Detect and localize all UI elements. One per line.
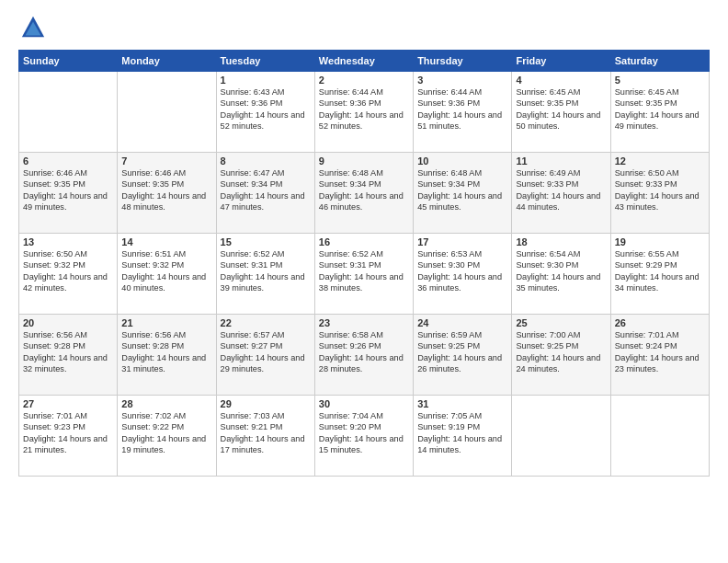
- day-number: 3: [417, 75, 507, 86]
- day-cell: 31Sunrise: 7:05 AM Sunset: 9:19 PM Dayli…: [414, 396, 512, 477]
- day-info: Sunrise: 6:53 AM Sunset: 9:30 PM Dayligh…: [417, 248, 507, 294]
- day-info: Sunrise: 6:59 AM Sunset: 9:25 PM Dayligh…: [417, 329, 507, 375]
- header-tuesday: Tuesday: [216, 51, 314, 72]
- header-wednesday: Wednesday: [314, 51, 413, 72]
- day-info: Sunrise: 6:55 AM Sunset: 9:29 PM Dayligh…: [615, 248, 705, 294]
- day-number: 29: [221, 398, 311, 409]
- week-row-1: 1Sunrise: 6:43 AM Sunset: 9:36 PM Daylig…: [19, 72, 710, 153]
- day-cell: 11Sunrise: 6:49 AM Sunset: 9:33 PM Dayli…: [512, 153, 610, 234]
- day-cell: 10Sunrise: 6:48 AM Sunset: 9:34 PM Dayli…: [414, 153, 512, 234]
- day-number: 14: [121, 236, 211, 247]
- day-number: 16: [319, 236, 409, 247]
- day-number: 21: [121, 317, 211, 328]
- day-cell: 23Sunrise: 6:58 AM Sunset: 9:26 PM Dayli…: [314, 315, 413, 396]
- header-monday: Monday: [118, 51, 216, 72]
- day-number: 19: [615, 236, 705, 247]
- day-info: Sunrise: 6:58 AM Sunset: 9:26 PM Dayligh…: [319, 329, 409, 375]
- day-cell: 27Sunrise: 7:01 AM Sunset: 9:23 PM Dayli…: [19, 396, 118, 477]
- day-cell: 19Sunrise: 6:55 AM Sunset: 9:29 PM Dayli…: [610, 234, 709, 315]
- day-cell: 1Sunrise: 6:43 AM Sunset: 9:36 PM Daylig…: [216, 72, 314, 153]
- day-cell: 9Sunrise: 6:48 AM Sunset: 9:34 PM Daylig…: [314, 153, 413, 234]
- day-number: 22: [221, 317, 311, 328]
- day-cell: 25Sunrise: 7:00 AM Sunset: 9:25 PM Dayli…: [512, 315, 610, 396]
- day-info: Sunrise: 6:52 AM Sunset: 9:31 PM Dayligh…: [221, 248, 311, 294]
- day-cell: 17Sunrise: 6:53 AM Sunset: 9:30 PM Dayli…: [414, 234, 512, 315]
- day-cell: [610, 396, 709, 477]
- day-number: 7: [121, 155, 211, 167]
- week-row-5: 27Sunrise: 7:01 AM Sunset: 9:23 PM Dayli…: [19, 396, 710, 477]
- day-number: 10: [417, 155, 507, 167]
- day-info: Sunrise: 7:02 AM Sunset: 9:22 PM Dayligh…: [121, 410, 211, 456]
- week-row-3: 13Sunrise: 6:50 AM Sunset: 9:32 PM Dayli…: [19, 234, 710, 315]
- day-cell: 3Sunrise: 6:44 AM Sunset: 9:36 PM Daylig…: [414, 72, 512, 153]
- day-cell: 14Sunrise: 6:51 AM Sunset: 9:32 PM Dayli…: [118, 234, 216, 315]
- day-number: 18: [516, 236, 606, 247]
- day-number: 26: [615, 317, 705, 328]
- week-row-2: 6Sunrise: 6:46 AM Sunset: 9:35 PM Daylig…: [19, 153, 710, 234]
- day-number: 13: [23, 236, 113, 247]
- day-number: 6: [23, 155, 113, 167]
- day-cell: 26Sunrise: 7:01 AM Sunset: 9:24 PM Dayli…: [610, 315, 709, 396]
- day-info: Sunrise: 6:46 AM Sunset: 9:35 PM Dayligh…: [121, 167, 211, 213]
- day-info: Sunrise: 6:44 AM Sunset: 9:36 PM Dayligh…: [319, 86, 409, 132]
- day-cell: 8Sunrise: 6:47 AM Sunset: 9:34 PM Daylig…: [216, 153, 314, 234]
- day-info: Sunrise: 7:01 AM Sunset: 9:23 PM Dayligh…: [23, 410, 113, 456]
- day-cell: 2Sunrise: 6:44 AM Sunset: 9:36 PM Daylig…: [314, 72, 413, 153]
- header-thursday: Thursday: [414, 51, 512, 72]
- day-cell: [512, 396, 610, 477]
- day-info: Sunrise: 6:45 AM Sunset: 9:35 PM Dayligh…: [516, 86, 606, 132]
- day-cell: 22Sunrise: 6:57 AM Sunset: 9:27 PM Dayli…: [216, 315, 314, 396]
- day-number: 28: [121, 398, 211, 409]
- day-cell: 30Sunrise: 7:04 AM Sunset: 9:20 PM Dayli…: [314, 396, 413, 477]
- day-number: 11: [516, 155, 606, 167]
- day-info: Sunrise: 6:47 AM Sunset: 9:34 PM Dayligh…: [221, 167, 311, 213]
- logo: [18, 15, 48, 40]
- day-number: 25: [516, 317, 606, 328]
- logo-icon: [20, 15, 46, 40]
- day-number: 9: [319, 155, 409, 167]
- day-cell: [118, 72, 216, 153]
- day-info: Sunrise: 6:48 AM Sunset: 9:34 PM Dayligh…: [319, 167, 409, 213]
- header-saturday: Saturday: [610, 51, 709, 72]
- day-number: 24: [417, 317, 507, 328]
- day-info: Sunrise: 7:03 AM Sunset: 9:21 PM Dayligh…: [221, 410, 311, 456]
- day-cell: 24Sunrise: 6:59 AM Sunset: 9:25 PM Dayli…: [414, 315, 512, 396]
- day-number: 17: [417, 236, 507, 247]
- day-cell: 12Sunrise: 6:50 AM Sunset: 9:33 PM Dayli…: [610, 153, 709, 234]
- day-info: Sunrise: 7:04 AM Sunset: 9:20 PM Dayligh…: [319, 410, 409, 456]
- calendar-table: SundayMondayTuesdayWednesdayThursdayFrid…: [18, 50, 710, 477]
- day-info: Sunrise: 6:57 AM Sunset: 9:27 PM Dayligh…: [221, 329, 311, 375]
- calendar-header-row: SundayMondayTuesdayWednesdayThursdayFrid…: [19, 51, 710, 72]
- header-friday: Friday: [512, 51, 610, 72]
- day-info: Sunrise: 7:00 AM Sunset: 9:25 PM Dayligh…: [516, 329, 606, 375]
- day-info: Sunrise: 6:50 AM Sunset: 9:33 PM Dayligh…: [615, 167, 705, 213]
- day-cell: 7Sunrise: 6:46 AM Sunset: 9:35 PM Daylig…: [118, 153, 216, 234]
- day-cell: 15Sunrise: 6:52 AM Sunset: 9:31 PM Dayli…: [216, 234, 314, 315]
- day-number: 30: [319, 398, 409, 409]
- day-number: 15: [221, 236, 311, 247]
- day-cell: 21Sunrise: 6:56 AM Sunset: 9:28 PM Dayli…: [118, 315, 216, 396]
- day-number: 2: [319, 75, 409, 86]
- day-info: Sunrise: 6:50 AM Sunset: 9:32 PM Dayligh…: [23, 248, 113, 294]
- day-number: 27: [23, 398, 113, 409]
- day-cell: 20Sunrise: 6:56 AM Sunset: 9:28 PM Dayli…: [19, 315, 118, 396]
- day-number: 31: [417, 398, 507, 409]
- day-info: Sunrise: 7:05 AM Sunset: 9:19 PM Dayligh…: [417, 410, 507, 456]
- day-cell: 29Sunrise: 7:03 AM Sunset: 9:21 PM Dayli…: [216, 396, 314, 477]
- day-number: 20: [23, 317, 113, 328]
- day-info: Sunrise: 6:56 AM Sunset: 9:28 PM Dayligh…: [121, 329, 211, 375]
- week-row-4: 20Sunrise: 6:56 AM Sunset: 9:28 PM Dayli…: [19, 315, 710, 396]
- day-number: 8: [221, 155, 311, 167]
- day-cell: 13Sunrise: 6:50 AM Sunset: 9:32 PM Dayli…: [19, 234, 118, 315]
- day-info: Sunrise: 6:45 AM Sunset: 9:35 PM Dayligh…: [615, 86, 705, 132]
- day-info: Sunrise: 6:48 AM Sunset: 9:34 PM Dayligh…: [417, 167, 507, 213]
- day-number: 23: [319, 317, 409, 328]
- day-number: 1: [221, 75, 311, 86]
- day-info: Sunrise: 6:49 AM Sunset: 9:33 PM Dayligh…: [516, 167, 606, 213]
- day-cell: 5Sunrise: 6:45 AM Sunset: 9:35 PM Daylig…: [610, 72, 709, 153]
- header-sunday: Sunday: [19, 51, 118, 72]
- day-number: 4: [516, 75, 606, 86]
- day-cell: 4Sunrise: 6:45 AM Sunset: 9:35 PM Daylig…: [512, 72, 610, 153]
- day-number: 5: [615, 75, 705, 86]
- day-info: Sunrise: 6:43 AM Sunset: 9:36 PM Dayligh…: [221, 86, 311, 132]
